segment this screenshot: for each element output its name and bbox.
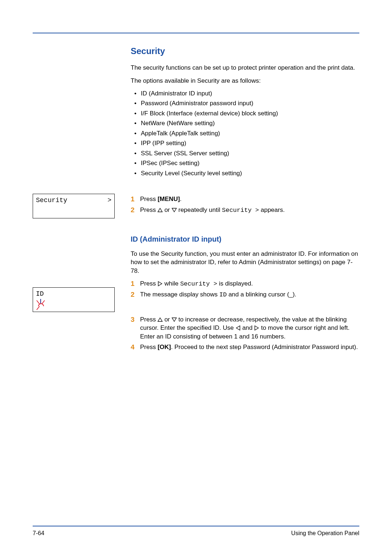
- lcd-id-arrows: [36, 299, 111, 313]
- t: or: [163, 316, 172, 323]
- lcd-security: Security >: [33, 194, 115, 218]
- left-column-security: Security >: [33, 45, 131, 218]
- down-triangle-icon: [172, 317, 177, 322]
- ok-key-label: [OK]: [158, 344, 171, 350]
- id-step-4-body: Press [OK]. Proceed to the next step Pas…: [140, 343, 359, 351]
- t: appears.: [259, 206, 285, 213]
- t: is displayed.: [217, 280, 253, 287]
- id-step-4: 4 Press [OK]. Proceed to the next step P…: [131, 343, 359, 352]
- left-triangle-icon: [236, 325, 241, 331]
- t: . Proceed to the next step Password (Adm…: [171, 344, 358, 350]
- footer-title: Using the Operation Panel: [291, 530, 359, 537]
- right-column-id: ID (Administrator ID input) To use the S…: [131, 221, 359, 354]
- lcd-security-text: Security: [36, 196, 67, 215]
- opt-item: IPSec (IPSec setting): [131, 159, 359, 167]
- mono: ID: [219, 291, 226, 298]
- up-triangle-icon: [158, 317, 163, 322]
- opt-item: AppleTalk (AppleTalk setting): [131, 129, 359, 138]
- t: or: [163, 206, 172, 213]
- security-intro-1: The security functions can be set up to …: [131, 63, 359, 72]
- step-1: 1 Press [MENU].: [131, 195, 359, 204]
- opt-item: SSL Server (SSL Server setting): [131, 149, 359, 157]
- page-number: 7-64: [33, 530, 44, 537]
- step-1-post: .: [180, 196, 182, 202]
- t: and: [241, 324, 254, 331]
- step-2-body: Press or repeatedly until Security > app…: [140, 206, 359, 214]
- bottom-rule: [33, 526, 359, 526]
- step-2: 2 Press or repeatedly until Security > a…: [131, 206, 359, 214]
- step-1-pre: Press: [140, 196, 158, 202]
- security-section: Security > Security The security functio…: [33, 45, 359, 218]
- security-steps: 1 Press [MENU]. 2 Press or repeatedly un…: [131, 195, 359, 214]
- page-footer: 7-64 Using the Operation Panel: [33, 526, 359, 537]
- step-number: 2: [131, 206, 140, 214]
- id-section: ID ID (Administrator: [33, 221, 359, 354]
- cursor: _: [289, 291, 293, 298]
- opt-item: ID (Administrator ID input): [131, 89, 359, 98]
- id-step-2-body: The message display shows ID and a blink…: [140, 290, 359, 299]
- left-column-id: ID: [33, 221, 131, 312]
- lcd-id-text: ID: [36, 290, 111, 298]
- top-rule: [33, 33, 359, 33]
- t: repeatedly until: [177, 206, 222, 213]
- t: Press: [140, 316, 158, 323]
- step-1-body: Press [MENU].: [140, 195, 359, 203]
- id-step-1: 1 Press while Security > is displayed.: [131, 279, 359, 288]
- menu-key-label: [MENU]: [158, 196, 180, 202]
- lcd-security-gt: >: [107, 196, 111, 215]
- opt-item: NetWare (NetWare setting): [131, 119, 359, 127]
- lcd-id: ID: [33, 287, 115, 312]
- id-step-1-body: Press while Security > is displayed.: [140, 279, 359, 288]
- step-number: 1: [131, 279, 140, 288]
- id-steps: 1 Press while Security > is displayed. 2…: [131, 279, 359, 352]
- up-triangle-icon: [158, 208, 163, 213]
- t: Press: [140, 280, 158, 287]
- t: ).: [293, 291, 296, 298]
- id-intro: To use the Security function, you must e…: [131, 250, 359, 275]
- step-number: 2: [131, 290, 140, 299]
- heading-security: Security: [131, 45, 359, 57]
- lcd-nav-arrows-icon: [36, 299, 52, 311]
- id-step-2: 2 The message display shows ID and a bli…: [131, 290, 359, 299]
- opt-item: I/F Block (Interface (external device) b…: [131, 109, 359, 118]
- id-step-3: 3 Press or to increase or decrease, resp…: [131, 315, 359, 341]
- opt-item: IPP (IPP setting): [131, 139, 359, 147]
- page: Security > Security The security functio…: [0, 0, 392, 554]
- right-triangle-icon: [254, 325, 259, 331]
- opt-item: Security Level (Security level setting): [131, 169, 359, 177]
- heading-id: ID (Administrator ID input): [131, 234, 359, 245]
- t: and a blinking cursor (: [227, 291, 289, 298]
- id-step-3-body: Press or to increase or decrease, respec…: [140, 315, 359, 341]
- right-triangle-icon: [158, 281, 163, 286]
- step-number: 3: [131, 315, 140, 324]
- mono: Security >: [180, 280, 217, 287]
- t: Press: [140, 206, 158, 213]
- t: Press: [140, 344, 158, 350]
- t: The message display shows: [140, 291, 219, 298]
- down-triangle-icon: [172, 208, 177, 213]
- security-mono: Security >: [222, 207, 259, 214]
- security-options-list: ID (Administrator ID input) Password (Ad…: [131, 89, 359, 177]
- step-number: 1: [131, 195, 140, 204]
- right-column-security: Security The security functions can be s…: [131, 45, 359, 217]
- opt-item: Password (Administrator password input): [131, 99, 359, 107]
- security-intro-2: The options available in Security are as…: [131, 77, 359, 85]
- t: while: [163, 280, 180, 287]
- step-number: 4: [131, 343, 140, 352]
